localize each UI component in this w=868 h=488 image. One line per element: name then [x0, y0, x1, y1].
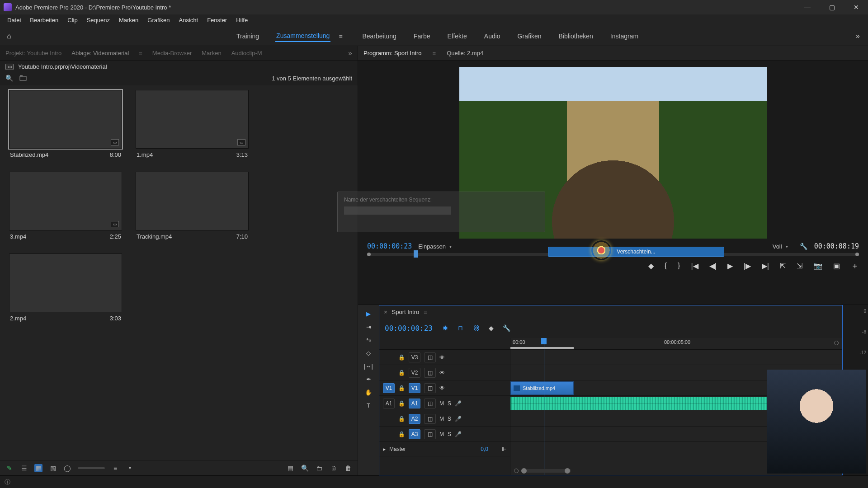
tab-media-browser[interactable]: Media-Browser	[152, 50, 192, 56]
settings-wrench-icon[interactable]: 🔧	[800, 242, 808, 250]
track-target-a1[interactable]: A1	[409, 399, 420, 408]
workspace-effekte[interactable]: Effekte	[446, 31, 467, 42]
lock-icon[interactable]: 🔒	[398, 354, 405, 361]
track-target-v2[interactable]: V2	[409, 368, 420, 378]
track-header-a3[interactable]: 🔒 A3 ◫ M S 🎤	[379, 427, 510, 442]
track-header-v2[interactable]: 🔒 V2 ◫ 👁	[379, 365, 510, 380]
track-target-a3[interactable]: A3	[409, 429, 420, 439]
pen-tool-icon[interactable]: ✒	[366, 376, 371, 383]
workspace-bearbeitung[interactable]: Bearbeitung	[361, 31, 397, 42]
program-timecode[interactable]: 00:00:00:23	[367, 242, 412, 250]
close-button[interactable]: ✕	[848, 4, 864, 11]
freeform-view-icon[interactable]: ▧	[49, 464, 57, 472]
dialog-input[interactable]	[344, 206, 451, 215]
new-bin-footer-icon[interactable]: 🗀	[315, 464, 323, 472]
asset-item[interactable]: ▭ 1.mp43:13	[136, 90, 249, 158]
solo-toggle[interactable]: S	[448, 416, 451, 422]
asset-item[interactable]: ▭ Stabilized.mp48:00	[9, 90, 122, 158]
automate-to-sequence-icon[interactable]: ▤	[286, 464, 294, 472]
mute-toggle[interactable]: M	[439, 431, 444, 437]
tab-programm-menu-icon[interactable]: ≡	[433, 50, 436, 56]
step-forward-icon[interactable]: |▶	[744, 262, 751, 270]
quality-selector[interactable]: Voll ▾	[773, 243, 788, 250]
workspace-instagram[interactable]: Instagram	[609, 31, 639, 42]
menu-ansicht[interactable]: Ansicht	[174, 17, 203, 23]
lock-icon[interactable]: 🔒	[398, 385, 405, 391]
thumbnail-size-icon[interactable]: ◯	[63, 464, 71, 472]
slip-tool-icon[interactable]: |↔|	[364, 363, 373, 370]
lift-icon[interactable]: ⇱	[780, 262, 786, 270]
mute-toggle[interactable]: M	[439, 416, 444, 422]
workspace-audio[interactable]: Audio	[483, 31, 501, 42]
timeline-panel-menu-icon[interactable]: ≡	[424, 309, 427, 315]
source-patch-a1[interactable]: A1	[383, 399, 395, 408]
zoom-handle-icon[interactable]	[514, 469, 519, 473]
tab-ablage-menu-icon[interactable]: ≡	[139, 50, 142, 56]
track-header-a2[interactable]: 🔒 A2 ◫ M S 🎤	[379, 411, 510, 427]
track-header-a1[interactable]: A1 🔒 A1 ◫ M S 🎤	[379, 396, 510, 411]
track-output-icon[interactable]: 👁	[439, 370, 445, 376]
export-frame-icon[interactable]: 📷	[813, 262, 822, 270]
workspace-grafiken[interactable]: Grafiken	[517, 31, 542, 42]
comparison-view-icon[interactable]: ▣	[833, 262, 840, 270]
timeline-zoom-control[interactable]	[514, 469, 571, 473]
button-editor-icon[interactable]: ＋	[851, 260, 859, 271]
snap-toggle-icon[interactable]: ⊓	[456, 324, 465, 332]
video-clip[interactable]: Stabilized.mp4	[510, 381, 574, 395]
menu-clip[interactable]: Clip	[63, 17, 82, 23]
scrub-playhead[interactable]	[414, 250, 418, 258]
asset-item[interactable]: Tracking.mp47;10	[136, 172, 249, 240]
track-output-icon[interactable]: 👁	[439, 354, 445, 361]
sync-lock-icon[interactable]: ◫	[424, 414, 436, 424]
timeline-close-icon[interactable]: ×	[384, 309, 387, 315]
tab-projekt[interactable]: Projekt: Youtube Intro	[5, 50, 61, 56]
mark-in-icon[interactable]: {	[665, 262, 667, 270]
sync-lock-icon[interactable]: ◫	[424, 383, 436, 393]
track-header-v3[interactable]: 🔒 V3 ◫ 👁	[379, 350, 510, 365]
workspace-bibliotheken[interactable]: Bibliotheken	[558, 31, 594, 42]
workspace-overflow-icon[interactable]: »	[851, 32, 864, 40]
pencil-icon[interactable]: ✎	[5, 464, 14, 472]
tab-marken[interactable]: Marken	[202, 50, 221, 56]
home-icon[interactable]: ⌂	[4, 31, 14, 42]
go-to-out-icon[interactable]: ▶|	[762, 262, 769, 270]
tab-audioclip[interactable]: Audioclip-M	[231, 50, 262, 56]
expand-icon[interactable]: ▸	[383, 446, 386, 452]
workspace-zusammenstellung[interactable]: Zusammenstellung	[275, 30, 330, 42]
linked-selection-icon[interactable]: ⛓	[472, 324, 481, 332]
sequence-name[interactable]: Sport Intro	[392, 309, 420, 315]
ripple-edit-tool-icon[interactable]: ⇆	[366, 337, 371, 343]
solo-toggle[interactable]: S	[448, 400, 451, 407]
asset-item[interactable]: ▭ 3.mp42:25	[9, 172, 122, 240]
go-to-in-icon[interactable]: |◀	[691, 262, 698, 270]
sync-lock-icon[interactable]: ◫	[424, 399, 436, 408]
track-output-icon[interactable]: 👁	[439, 385, 445, 391]
razor-tool-icon[interactable]: ◇	[366, 350, 371, 357]
new-bin-icon[interactable]	[19, 75, 27, 82]
mute-toggle[interactable]: M	[439, 400, 444, 407]
project-tabs-overflow-icon[interactable]: »	[348, 49, 352, 57]
voiceover-icon[interactable]: 🎤	[455, 400, 462, 407]
menu-datei[interactable]: Datei	[3, 17, 25, 23]
menu-grafiken[interactable]: Grafiken	[143, 17, 174, 23]
playhead[interactable]	[544, 338, 544, 475]
mark-out-icon[interactable]: }	[678, 262, 680, 270]
voiceover-icon[interactable]: 🎤	[455, 416, 462, 422]
track-select-tool-icon[interactable]: ⇥	[366, 324, 371, 330]
timeline-settings-icon[interactable]: 🔧	[502, 324, 511, 332]
menu-fenster[interactable]: Fenster	[203, 17, 231, 23]
track-target-v3[interactable]: V3	[409, 352, 420, 362]
timeline-collapse-icon[interactable]	[834, 341, 839, 345]
time-ruler[interactable]: :00:00 00:00:05:00	[510, 338, 842, 350]
add-marker-icon[interactable]: ◆	[487, 324, 496, 332]
lock-icon[interactable]: 🔒	[398, 416, 405, 422]
new-item-icon[interactable]: 🗎	[330, 464, 338, 472]
track-header-v1[interactable]: V1 🔒 V1 ◫ 👁	[379, 380, 510, 396]
timeline-timecode[interactable]: 00:00:00:23	[385, 324, 433, 333]
sort-chevron-icon[interactable]: ▾	[126, 464, 134, 472]
track-target-a2[interactable]: A2	[409, 414, 420, 424]
hand-tool-icon[interactable]: ✋	[365, 389, 372, 396]
track-lane-v3[interactable]	[510, 350, 842, 365]
source-patch-v1[interactable]: V1	[383, 383, 395, 393]
step-back-icon[interactable]: ◀|	[709, 262, 717, 270]
